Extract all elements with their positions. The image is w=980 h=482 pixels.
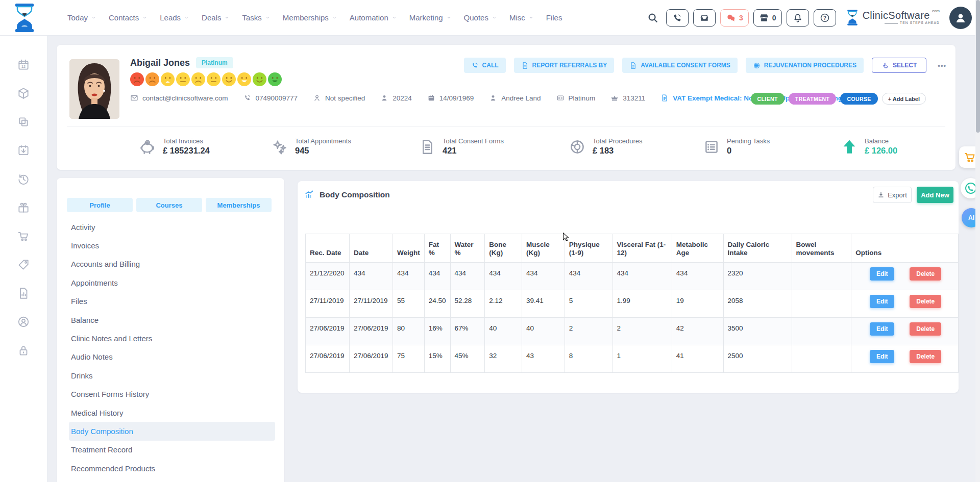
dialer-button[interactable] [666, 9, 689, 27]
nav-item-tasks[interactable]: Tasks [236, 13, 276, 22]
sidebar-calendar-12-icon[interactable]: 12 [17, 58, 30, 71]
panel-header: Body Composition [304, 190, 390, 200]
inbox-button[interactable] [693, 9, 716, 27]
sidebar-cart-icon[interactable] [17, 230, 30, 243]
nav-item-leads[interactable]: Leads [154, 13, 195, 22]
tab-memberships[interactable]: Memberships [206, 198, 272, 212]
label-treatment: TREATMENT [789, 93, 837, 105]
sidebar-lock-icon[interactable] [17, 344, 30, 357]
sidebar-item-activity[interactable]: Activity [69, 218, 275, 236]
call-button[interactable]: CALL [464, 58, 506, 73]
sidebar-inbox-tray-icon[interactable] [17, 144, 30, 157]
sidebar-item-medical-history[interactable]: Medical History [69, 403, 275, 422]
app-logo-hourglass-icon[interactable] [12, 3, 37, 33]
sidebar-item-body-composition[interactable]: Body Composition [69, 422, 275, 440]
sidebar-item-clinic-notes-and-letters[interactable]: Clinic Notes and Letters [69, 329, 275, 347]
stat-value: 421 [443, 145, 504, 156]
sidebar-gift-icon[interactable] [17, 201, 30, 214]
sidebar-copy-icon[interactable] [17, 115, 30, 129]
mood-level-10[interactable] [268, 72, 282, 86]
sidebar-support-icon[interactable] [17, 315, 30, 328]
shop-icon [759, 13, 769, 23]
cell-rec-date: 27/06/2019 [306, 345, 350, 373]
stat-label: Total Appointments [295, 137, 351, 145]
search-icon[interactable] [647, 12, 658, 23]
mood-level-7[interactable] [222, 72, 236, 86]
tab-profile[interactable]: Profile [67, 198, 133, 212]
action-label: SELECT [893, 62, 917, 69]
nav-item-memberships[interactable]: Memberships [277, 13, 344, 22]
scrollbar-thumb[interactable] [976, 0, 980, 133]
edit-button[interactable]: Edit [870, 295, 894, 308]
sidebar-package-icon[interactable] [17, 87, 30, 100]
sidebar-item-accounts-and-billing[interactable]: Accounts and Billing [69, 255, 275, 273]
mood-level-3[interactable] [161, 72, 175, 86]
svg-text:?: ? [823, 15, 826, 20]
edit-button[interactable]: Edit [870, 350, 894, 363]
sidebar-item-audio-notes[interactable]: Audio Notes [69, 348, 275, 366]
sidebar-price-tag-icon[interactable] [17, 258, 30, 271]
export-button[interactable]: Export [873, 187, 912, 203]
stat-balance: Balance£ 126.00 [841, 137, 897, 157]
cell-bowel-movements [792, 263, 851, 290]
action-label: REJUVENATION PROCEDURES [764, 62, 856, 69]
client-photo[interactable] [69, 59, 119, 119]
mood-level-9[interactable] [253, 72, 266, 86]
nav-item-quotes[interactable]: Quotes [458, 13, 503, 22]
notifications-button[interactable] [787, 9, 809, 27]
help-button[interactable]: ? [814, 9, 836, 27]
nav-item-today[interactable]: Today [61, 13, 103, 22]
col-header-muscle-kg: Muscle (Kg) [522, 234, 565, 263]
contact-vat-exempt-medical-no[interactable]: VAT Exempt Medical: No [660, 94, 753, 102]
chat-button[interactable]: 3 [720, 9, 749, 27]
delete-button[interactable]: Delete [910, 350, 941, 363]
cell-metabolic-age: 41 [672, 345, 723, 373]
contact-07490009777[interactable]: 07490009777 [243, 94, 298, 102]
tab-courses[interactable]: Courses [136, 198, 202, 212]
rejuvenation-procedures-button[interactable]: REJUVENATION PROCEDURES [746, 58, 864, 73]
select-button[interactable]: SELECT [872, 58, 926, 73]
more-actions-button[interactable]: ••• [935, 61, 949, 70]
nav-item-files[interactable]: Files [540, 13, 569, 22]
shop-button[interactable]: 0 [753, 9, 782, 27]
sidebar-history-icon[interactable] [17, 172, 30, 186]
add-new-button[interactable]: Add New [917, 187, 953, 203]
stat-label: Total Procedures [593, 137, 643, 145]
sidebar-item-balance[interactable]: Balance [69, 311, 275, 329]
phone-icon [471, 62, 479, 69]
mood-level-1[interactable] [130, 72, 144, 86]
delete-button[interactable]: Delete [910, 267, 941, 281]
user-avatar[interactable] [949, 7, 972, 29]
contact-contact-clinicsoftware-com[interactable]: contact@clinicsoftware.com [130, 94, 228, 102]
nav-item-contacts[interactable]: Contacts [103, 13, 154, 22]
mood-level-5[interactable] [191, 72, 205, 86]
mood-level-8[interactable] [237, 72, 251, 86]
sidebar-item-consent-forms-history[interactable]: Consent Forms History [69, 385, 275, 403]
sidebar-item-treatment-record[interactable]: Treatment Record [69, 441, 275, 459]
sidebar-item-drinks[interactable]: Drinks [69, 366, 275, 385]
mood-level-6[interactable] [207, 72, 220, 86]
delete-button[interactable]: Delete [910, 295, 941, 308]
report-referrals-by-button[interactable]: REPORT REFERRALS BY [514, 58, 615, 73]
edit-button[interactable]: Edit [870, 322, 894, 336]
sidebar-item-recommended-products[interactable]: Recommended Products [69, 459, 275, 477]
cell-water: 52.28 [450, 290, 485, 318]
nav-item-label: Files [546, 13, 562, 22]
delete-button[interactable]: Delete [910, 322, 941, 336]
page-scrollbar[interactable] [975, 0, 980, 482]
sidebar-item-appointments[interactable]: Appointments [69, 273, 275, 292]
profile-menu-list: ActivityInvoicesAccounts and BillingAppo… [57, 218, 284, 477]
edit-button[interactable]: Edit [870, 267, 894, 281]
nav-item-automation[interactable]: Automation [344, 13, 403, 22]
add-label-button[interactable]: + Add Label [882, 93, 926, 105]
sidebar-item-invoices[interactable]: Invoices [69, 236, 275, 255]
contact-text: 14/09/1969 [439, 94, 474, 102]
mood-level-4[interactable] [176, 72, 190, 86]
sidebar-item-files[interactable]: Files [69, 292, 275, 311]
nav-item-deals[interactable]: Deals [195, 13, 236, 22]
sidebar-report-chart-icon[interactable] [17, 287, 30, 300]
mood-level-2[interactable] [145, 72, 159, 86]
nav-item-marketing[interactable]: Marketing [403, 13, 458, 22]
available-consent-forms-button[interactable]: AVAILABLE CONSENT FORMS [622, 58, 738, 73]
nav-item-misc[interactable]: Misc [503, 13, 540, 22]
